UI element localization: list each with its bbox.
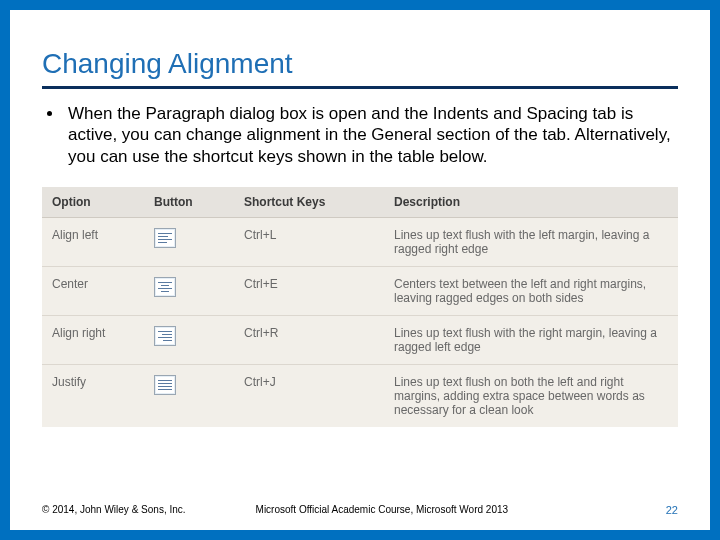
footer: © 2014, John Wiley & Sons, Inc. Microsof…: [42, 504, 678, 516]
col-header-keys: Shortcut Keys: [234, 187, 384, 218]
align-left-icon: [154, 228, 176, 248]
cell-option: Center: [42, 266, 144, 315]
cell-keys: Ctrl+E: [234, 266, 384, 315]
footer-page: 22: [666, 504, 678, 516]
table-header-row: Option Button Shortcut Keys Description: [42, 187, 678, 218]
alignment-table-wrap: Option Button Shortcut Keys Description …: [42, 187, 678, 427]
cell-desc: Lines up text flush on both the left and…: [384, 364, 678, 427]
cell-option: Align right: [42, 315, 144, 364]
cell-keys: Ctrl+R: [234, 315, 384, 364]
col-header-button: Button: [144, 187, 234, 218]
body-text: When the Paragraph dialog box is open an…: [42, 103, 678, 167]
title-rule: [42, 86, 678, 89]
cell-button: [144, 364, 234, 427]
table-row: Justify Ctrl+J Lines up text flush on bo…: [42, 364, 678, 427]
table-row: Align left Ctrl+L Lines up text flush wi…: [42, 217, 678, 266]
table-row: Center Ctrl+E Centers text between the l…: [42, 266, 678, 315]
align-right-icon: [154, 326, 176, 346]
cell-option: Justify: [42, 364, 144, 427]
cell-desc: Lines up text flush with the right margi…: [384, 315, 678, 364]
bullet-paragraph: When the Paragraph dialog box is open an…: [64, 103, 678, 167]
col-header-option: Option: [42, 187, 144, 218]
footer-course: Microsoft Official Academic Course, Micr…: [186, 504, 666, 516]
alignment-table: Option Button Shortcut Keys Description …: [42, 187, 678, 427]
cell-button: [144, 315, 234, 364]
cell-button: [144, 266, 234, 315]
cell-button: [144, 217, 234, 266]
footer-copyright: © 2014, John Wiley & Sons, Inc.: [42, 504, 186, 516]
cell-desc: Lines up text flush with the left margin…: [384, 217, 678, 266]
table-row: Align right Ctrl+R Lines up text flush w…: [42, 315, 678, 364]
align-center-icon: [154, 277, 176, 297]
col-header-desc: Description: [384, 187, 678, 218]
cell-keys: Ctrl+L: [234, 217, 384, 266]
cell-option: Align left: [42, 217, 144, 266]
slide-title: Changing Alignment: [42, 48, 678, 80]
slide: Changing Alignment When the Paragraph di…: [0, 0, 720, 540]
cell-desc: Centers text between the left and right …: [384, 266, 678, 315]
cell-keys: Ctrl+J: [234, 364, 384, 427]
align-justify-icon: [154, 375, 176, 395]
